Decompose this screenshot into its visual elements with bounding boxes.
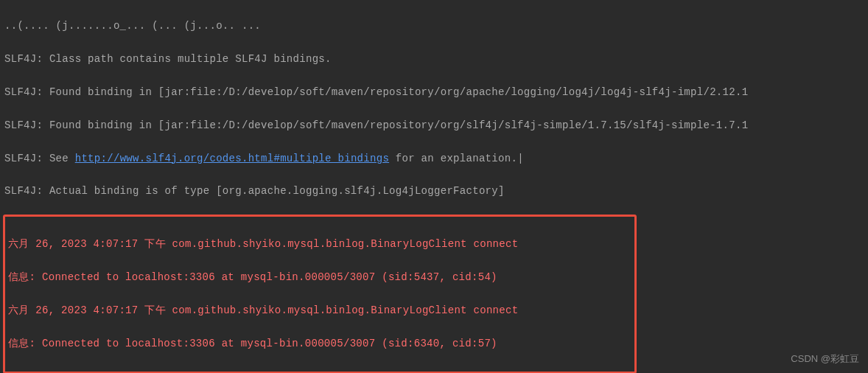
log-line-connect: 六月 26, 2023 4:07:17 下午 com.github.shyiko…	[8, 236, 631, 252]
log-line-slf4j: SLF4J: See http://www.slf4j.org/codes.ht…	[4, 150, 864, 167]
console-output: ..(.... (j.......o_... (... (j...o.. ...…	[0, 0, 868, 373]
log-line-slf4j: SLF4J: Actual binding is of type [org.ap…	[4, 183, 864, 199]
highlighted-log-box: 六月 26, 2023 4:07:17 下午 com.github.shyiko…	[3, 215, 637, 373]
log-line-fragment: ..(.... (j.......o_... (... (j...o.. ...	[4, 18, 864, 34]
log-line-info: 信息: Connected to localhost:3306 at mysql…	[8, 335, 631, 352]
log-line-slf4j: SLF4J: Class path contains multiple SLF4…	[4, 51, 864, 67]
watermark: CSDN @彩虹豆	[791, 352, 859, 367]
log-line-slf4j: SLF4J: Found binding in [jar:file:/D:/de…	[4, 84, 864, 100]
log-line-connect: 六月 26, 2023 4:07:17 下午 com.github.shyiko…	[8, 302, 631, 318]
slf4j-link[interactable]: http://www.slf4j.org/codes.html#multiple…	[75, 153, 389, 164]
log-line-info: 信息: Connected to localhost:3306 at mysql…	[8, 269, 631, 285]
log-line-slf4j: SLF4J: Found binding in [jar:file:/D:/de…	[4, 117, 864, 133]
